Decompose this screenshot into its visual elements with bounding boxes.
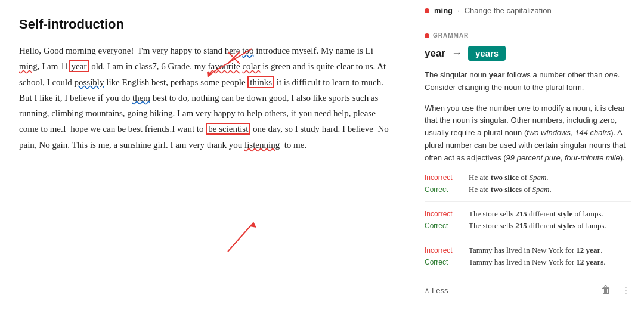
document-panel: Self-introduction Hello, Good morning ev… [0,0,411,326]
ex-text-incorrect-3: Tammy has lived in New York for 12 year. [469,246,602,255]
ex-text-correct-3: Tammy has lived in New York for 12 years… [469,257,605,267]
document-body: Hello, Good morning everyone! I'm very h… [19,43,392,153]
highlight-year: year [69,60,89,72]
ex-label-incorrect-3: Incorrect [425,246,462,254]
grammar-label: GRAMMAR [425,32,631,39]
error-possibly: possibly [74,77,104,87]
example-row-3-incorrect: Incorrect Tammy has lived in New York fo… [425,246,631,255]
more-icon[interactable]: ⋮ [621,284,631,297]
suggestions-panel: ming · Change the capitalization GRAMMAR… [411,0,644,326]
document-title: Self-introduction [19,17,392,32]
example-row-1-incorrect: Incorrect He ate two slice of Spam. [425,173,631,182]
cap-name: ming [434,6,453,15]
ex-text-incorrect-1: He ate two slice of Spam. [469,173,549,182]
grammar-fixed-word[interactable]: years [468,46,506,61]
ex-text-correct-2: The store sells 215 different styles of … [469,221,606,231]
ex-text-incorrect-2: The store sells 215 different style of l… [469,209,603,219]
cap-action: Change the capitalization [465,6,552,15]
grammar-description-1: The singular noun year follows a number … [425,69,631,94]
svg-marker-5 [250,222,256,228]
grammar-description-2: When you use the number one to modify a … [425,103,631,164]
error-too: too [242,46,253,55]
highlight-thinks: thinks [247,76,274,88]
examples-block: Incorrect He ate two slice of Spam. Corr… [425,173,631,267]
less-button[interactable]: ∧ Less [425,286,448,295]
chevron-up-icon: ∧ [425,287,429,294]
grammar-bottom-bar: ∧ Less 🗑 ⋮ [411,278,644,303]
highlight-be-scientist: be scientist [206,123,250,135]
example-row-2-correct: Correct The store sells 215 different st… [425,221,631,231]
grammar-arrow-icon: → [451,47,462,60]
ex-label-correct-1: Correct [425,185,462,194]
example-row-3-correct: Correct Tammy has lived in New York for … [425,257,631,267]
error-them: them [132,93,150,103]
delete-icon[interactable]: 🗑 [601,284,611,296]
divider-1 [425,201,631,202]
divider-2 [425,238,631,238]
example-row-1-correct: Correct He ate two slices of Spam. [425,185,631,194]
ex-text-correct-1: He ate two slices of Spam. [469,185,552,194]
grammar-suggestion-header: year → years [425,46,631,61]
less-label: Less [432,286,448,295]
cap-dot [425,8,429,13]
svg-line-4 [228,225,252,252]
ex-label-correct-2: Correct [425,222,462,230]
ex-label-incorrect-2: Incorrect [425,210,462,218]
error-colar: colar [242,61,260,71]
error-listenning: listenning [244,140,280,150]
grammar-original-word: year [425,48,445,60]
example-row-2-incorrect: Incorrect The store sells 215 different … [425,209,631,219]
grammar-section: GRAMMAR year → years The singular noun y… [411,21,644,278]
error-favourite: favourite [208,61,240,71]
ex-label-correct-3: Correct [425,258,462,266]
ex-label-incorrect-1: Incorrect [425,173,462,182]
cap-separator: · [457,6,460,15]
capitalization-row: ming · Change the capitalization [411,0,644,21]
bottom-action-icons: 🗑 ⋮ [601,284,631,297]
error-ming: ming [19,61,38,71]
